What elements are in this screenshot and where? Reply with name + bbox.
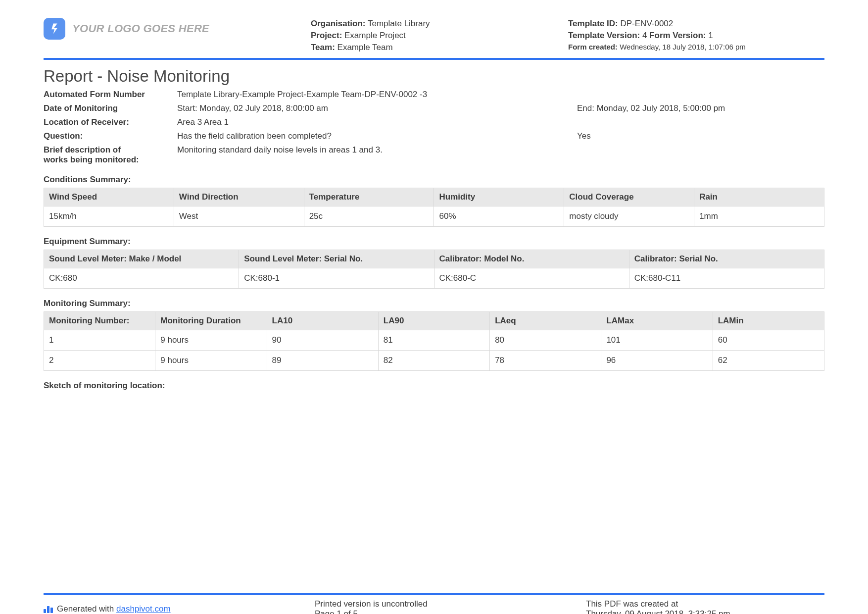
table-cell: 1 (44, 330, 155, 351)
location-receiver-value: Area 3 Area 1 (177, 117, 824, 127)
table-header: Monitoring Duration (155, 312, 267, 330)
table-cell: CK:680 (44, 268, 239, 289)
dashpivot-link[interactable]: dashpivot.com (116, 604, 171, 614)
table-header: Calibrator: Serial No. (629, 250, 824, 268)
table-cell: 81 (378, 330, 489, 351)
table-cell: 25c (304, 206, 434, 227)
question-label: Question: (44, 131, 177, 141)
table-header: LAMax (601, 312, 713, 330)
pdf-created-time: Thursday, 09 August 2018, 3:33:25 pm (586, 609, 824, 614)
org-label: Organisation: (311, 19, 366, 28)
table-header: Humidity (434, 188, 564, 206)
report-title: Report - Noise Monitoring (44, 67, 824, 86)
table-header: Calibrator: Model No. (434, 250, 629, 268)
table-header: LAMin (713, 312, 824, 330)
table-row: 29 hours8982789662 (44, 351, 824, 371)
header-meta-mid: Organisation: Template Library Project: … (311, 18, 568, 53)
form-version-value: 1 (708, 31, 713, 40)
sketch-label: Sketch of monitoring location: (44, 381, 824, 391)
conditions-table: Wind SpeedWind DirectionTemperatureHumid… (44, 188, 824, 227)
table-cell: CK:680-C11 (629, 268, 824, 289)
page-header: YOUR LOGO GOES HERE Organisation: Templa… (44, 18, 824, 60)
org-value: Template Library (368, 19, 430, 28)
project-label: Project: (311, 31, 342, 40)
monitoring-summary-label: Monitoring Summary: (44, 299, 824, 308)
template-version-value: 4 (642, 31, 647, 40)
table-cell: 1mm (694, 206, 824, 227)
table-header: Monitoring Number: (44, 312, 155, 330)
form-version-label: Form Version: (649, 31, 706, 40)
table-cell: 9 hours (155, 330, 267, 351)
table-header: Sound Level Meter: Make / Model (44, 250, 239, 268)
header-meta-right: Template ID: DP-ENV-0002 Template Versio… (568, 18, 824, 52)
description-value: Monitoring standard daily noise levels i… (177, 145, 824, 155)
dashpivot-icon (44, 605, 53, 613)
page-footer: Generated with dashpivot.com Printed ver… (44, 593, 824, 614)
table-header: Cloud Coverage (564, 188, 694, 206)
automated-form-number-label: Automated Form Number (44, 90, 177, 100)
table-header: Sound Level Meter: Serial No. (239, 250, 434, 268)
table-cell: 90 (267, 330, 378, 351)
conditions-summary-label: Conditions Summary: (44, 175, 824, 185)
description-label: Brief description ofworks being monitore… (44, 145, 177, 165)
table-cell: 2 (44, 351, 155, 371)
table-row: 15km/hWest25c60%mosty cloudy1mm (44, 206, 824, 227)
table-header: Wind Direction (174, 188, 304, 206)
table-cell: West (174, 206, 304, 227)
table-row: 19 hours90818010160 (44, 330, 824, 351)
table-cell: 101 (601, 330, 713, 351)
equipment-summary-label: Equipment Summary: (44, 237, 824, 247)
table-cell: 60% (434, 206, 564, 227)
generated-prefix: Generated with (57, 604, 116, 614)
table-cell: CK:680-1 (239, 268, 434, 289)
table-cell: 15km/h (44, 206, 174, 227)
form-created-label: Form created: (568, 43, 618, 51)
table-cell: 78 (490, 351, 601, 371)
template-id-value: DP-ENV-0002 (621, 19, 674, 28)
printed-uncontrolled: Printed version is uncontrolled (315, 599, 586, 609)
table-header: LA90 (378, 312, 489, 330)
template-version-label: Template Version: (568, 31, 640, 40)
project-value: Example Project (344, 31, 406, 40)
table-cell: 9 hours (155, 351, 267, 371)
team-value: Example Team (338, 43, 393, 52)
logo-placeholder-text: YOUR LOGO GOES HERE (72, 22, 209, 35)
table-header: Temperature (304, 188, 434, 206)
date-start-value: Start: Monday, 02 July 2018, 8:00:00 am (177, 103, 577, 113)
table-cell: 60 (713, 330, 824, 351)
pdf-created-label: This PDF was created at (586, 599, 824, 609)
table-cell: 89 (267, 351, 378, 371)
location-receiver-label: Location of Receiver: (44, 117, 177, 127)
question-answer: Yes (577, 131, 824, 141)
form-created-value: Wednesday, 18 July 2018, 1:07:06 pm (620, 43, 746, 51)
automated-form-number-value: Template Library-Example Project-Example… (177, 90, 824, 100)
table-cell: mosty cloudy (564, 206, 694, 227)
table-cell: 82 (378, 351, 489, 371)
table-cell: 96 (601, 351, 713, 371)
page-number: Page 1 of 5 (315, 609, 586, 614)
table-cell: 80 (490, 330, 601, 351)
logo-icon (44, 18, 65, 40)
table-cell: 62 (713, 351, 824, 371)
template-id-label: Template ID: (568, 19, 618, 28)
table-header: Rain (694, 188, 824, 206)
table-header: LAeq (490, 312, 601, 330)
team-label: Team: (311, 43, 335, 52)
question-value: Has the field calibration been completed… (177, 131, 577, 141)
date-end-value: End: Monday, 02 July 2018, 5:00:00 pm (577, 103, 824, 113)
equipment-table: Sound Level Meter: Make / ModelSound Lev… (44, 250, 824, 289)
date-of-monitoring-label: Date of Monitoring (44, 103, 177, 113)
table-cell: CK:680-C (434, 268, 629, 289)
table-row: CK:680CK:680-1CK:680-CCK:680-C11 (44, 268, 824, 289)
table-header: LA10 (267, 312, 378, 330)
table-header: Wind Speed (44, 188, 174, 206)
monitoring-table: Monitoring Number:Monitoring DurationLA1… (44, 311, 824, 371)
